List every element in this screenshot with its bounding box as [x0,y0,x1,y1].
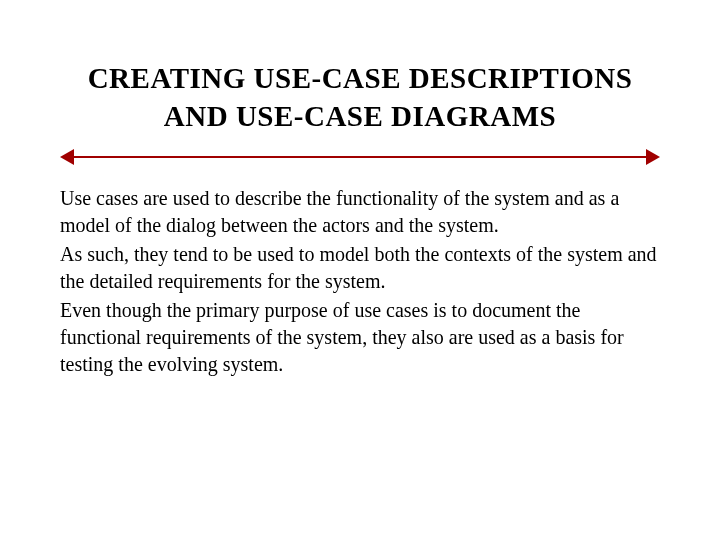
arrow-right-icon [646,149,660,165]
slide: CREATING USE-CASE DESCRIPTIONS AND USE-C… [0,0,720,540]
paragraph: As such, they tend to be used to model b… [60,241,660,295]
divider-line [68,156,652,158]
paragraph: Even though the primary purpose of use c… [60,297,660,378]
paragraph: Use cases are used to describe the funct… [60,185,660,239]
slide-title: CREATING USE-CASE DESCRIPTIONS AND USE-C… [60,60,660,135]
divider [60,149,660,165]
body-text: Use cases are used to describe the funct… [60,185,660,378]
